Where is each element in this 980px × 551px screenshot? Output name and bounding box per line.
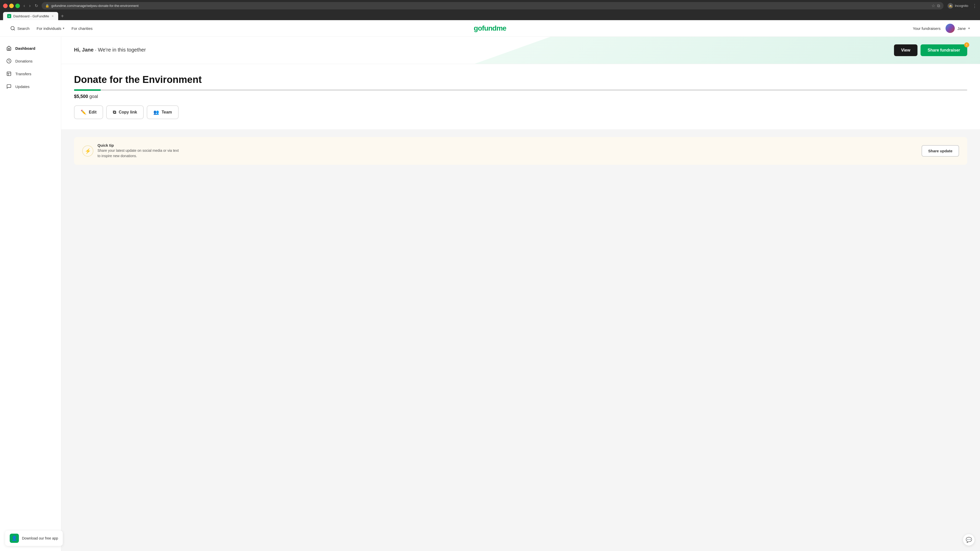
bookmark-button[interactable]: ☆ <box>932 3 935 8</box>
goal-text: $5,500 goal <box>74 94 967 99</box>
team-button[interactable]: 👥 Team <box>147 105 179 119</box>
content-area: Hi, Jane · We're in this together View S… <box>61 37 980 551</box>
browser-controls: × − □ ‹ › ↻ 🔒 gofundme.com/manage/wdywu-… <box>3 2 977 10</box>
your-fundraisers-label: Your fundraisers <box>913 26 941 30</box>
copy-icon: ⧉ <box>113 110 116 115</box>
fundraiser-title: Donate for the Environment <box>74 74 967 85</box>
split-view-button[interactable]: ⧉ <box>937 3 940 8</box>
tab-title: Dashboard - GoFundMe <box>13 14 49 18</box>
logo-area: gofundme <box>474 24 506 32</box>
close-window-button[interactable]: × <box>3 3 8 8</box>
website: Search For individuals ▾ For charities g… <box>0 20 980 551</box>
new-tab-button[interactable]: + <box>59 12 66 20</box>
avatar-image <box>945 24 955 33</box>
hero-greeting-name: Hi, Jane <box>74 47 94 52</box>
back-button[interactable]: ‹ <box>22 3 27 9</box>
app-icon: 👤 <box>10 534 19 543</box>
sidebar: Dashboard Donations Tran <box>0 37 61 551</box>
top-navigation: Search For individuals ▾ For charities g… <box>0 20 980 37</box>
incognito-label: Incognito <box>955 4 968 8</box>
address-bar[interactable]: 🔒 gofundme.com/manage/wdywu-donate-for-t… <box>41 2 943 10</box>
sidebar-item-dashboard[interactable]: Dashboard <box>0 42 61 55</box>
search-label: Search <box>18 26 30 30</box>
hero-left: Hi, Jane · We're in this together <box>74 47 146 54</box>
minimize-window-button[interactable]: − <box>9 3 14 8</box>
tip-content: Quick tip Share your latest update on so… <box>97 143 179 159</box>
incognito-icon: 🕵 <box>948 3 953 9</box>
active-tab[interactable]: G Dashboard - GoFundMe × <box>3 12 58 20</box>
share-fundraiser-button[interactable]: Share fundraiser ! <box>921 44 967 56</box>
chat-button[interactable]: 💬 <box>963 534 975 546</box>
copy-link-label: Copy link <box>119 110 137 114</box>
hero-separator: · <box>95 47 98 52</box>
reload-button[interactable]: ↻ <box>33 3 40 9</box>
fundraiser-section: Donate for the Environment $5,500 goal ✏… <box>61 64 980 129</box>
avatar <box>945 24 955 33</box>
progress-bar-wrap <box>74 89 967 91</box>
tab-favicon: G <box>7 14 11 18</box>
edit-label: Edit <box>89 110 97 114</box>
user-name: Jane <box>957 26 966 30</box>
sidebar-item-updates[interactable]: Updates <box>0 80 61 93</box>
action-buttons: ✏️ Edit ⧉ Copy link 👥 Team <box>74 105 967 119</box>
search-icon <box>10 26 15 31</box>
for-individuals-dropdown[interactable]: For individuals ▾ <box>37 26 65 30</box>
sidebar-item-donations[interactable]: Donations <box>0 55 61 67</box>
sidebar-dashboard-label: Dashboard <box>15 46 35 51</box>
lightning-icon: ⚡ <box>82 145 94 157</box>
for-individuals-label: For individuals <box>37 26 62 30</box>
forward-button[interactable]: › <box>27 3 32 9</box>
goal-word: goal <box>89 94 98 99</box>
sidebar-donations-label: Donations <box>15 59 33 63</box>
download-app-banner[interactable]: 👤 Download our free app <box>5 530 63 546</box>
team-icon: 👥 <box>153 110 159 115</box>
chat-icon: 💬 <box>966 537 972 543</box>
sidebar-item-transfers[interactable]: Transfers <box>0 67 61 80</box>
view-button[interactable]: View <box>894 44 918 56</box>
search-link[interactable]: Search <box>10 26 30 31</box>
for-charities-label: For charities <box>72 26 93 30</box>
close-tab-button[interactable]: × <box>51 14 54 18</box>
hero-actions: View Share fundraiser ! <box>894 44 967 56</box>
team-label: Team <box>162 110 172 114</box>
share-update-button[interactable]: Share update <box>921 145 959 157</box>
sidebar-updates-label: Updates <box>15 84 30 89</box>
tabs-bar: G Dashboard - GoFundMe × + <box>3 11 977 20</box>
your-fundraisers-link[interactable]: Your fundraisers <box>913 26 941 30</box>
chevron-down-icon: ▾ <box>63 27 64 30</box>
sidebar-transfers-label: Transfers <box>15 72 32 76</box>
goal-amount: $5,500 <box>74 94 88 99</box>
share-badge: ! <box>964 42 969 48</box>
transfers-icon <box>6 71 12 76</box>
browser-menu-button[interactable]: ⋮ <box>972 3 977 9</box>
home-icon <box>6 45 12 51</box>
progress-bar-fill <box>74 89 101 91</box>
user-menu[interactable]: Jane ▾ <box>945 24 970 33</box>
edit-button[interactable]: ✏️ Edit <box>74 105 103 119</box>
hero-section: Hi, Jane · We're in this together View S… <box>61 37 980 64</box>
quick-tip-section: ⚡ Quick tip Share your latest update on … <box>74 137 967 165</box>
site-logo[interactable]: gofundme <box>474 24 506 32</box>
nav-left: Search For individuals ▾ For charities <box>10 26 93 31</box>
quick-tip-left: ⚡ Quick tip Share your latest update on … <box>82 143 179 159</box>
copy-link-button[interactable]: ⧉ Copy link <box>106 105 144 119</box>
hero-subtitle: We're in this together <box>98 47 146 52</box>
nav-arrows: ‹ › ↻ <box>22 3 40 9</box>
app-text: Download our free app <box>22 536 58 540</box>
svg-rect-2 <box>7 72 11 76</box>
maximize-window-button[interactable]: □ <box>15 3 20 8</box>
browser-chrome: × − □ ‹ › ↻ 🔒 gofundme.com/manage/wdywu-… <box>0 0 980 20</box>
main-layout: Dashboard Donations Tran <box>0 37 980 551</box>
tip-label: Quick tip <box>97 143 179 148</box>
incognito-area: 🕵 Incognito <box>945 3 970 9</box>
nav-right: Your fundraisers Jane ▾ <box>913 24 970 33</box>
url-text: gofundme.com/manage/wdywu-donate-for-the… <box>51 4 929 8</box>
lock-icon: 🔒 <box>45 4 49 8</box>
window-controls: × − □ <box>3 3 20 8</box>
hero-greeting: Hi, Jane · We're in this together <box>74 47 146 53</box>
donations-icon <box>6 58 12 64</box>
user-chevron-down-icon: ▾ <box>968 27 970 30</box>
for-charities-link[interactable]: For charities <box>72 26 93 30</box>
updates-icon <box>6 84 12 89</box>
edit-icon: ✏️ <box>81 110 86 115</box>
